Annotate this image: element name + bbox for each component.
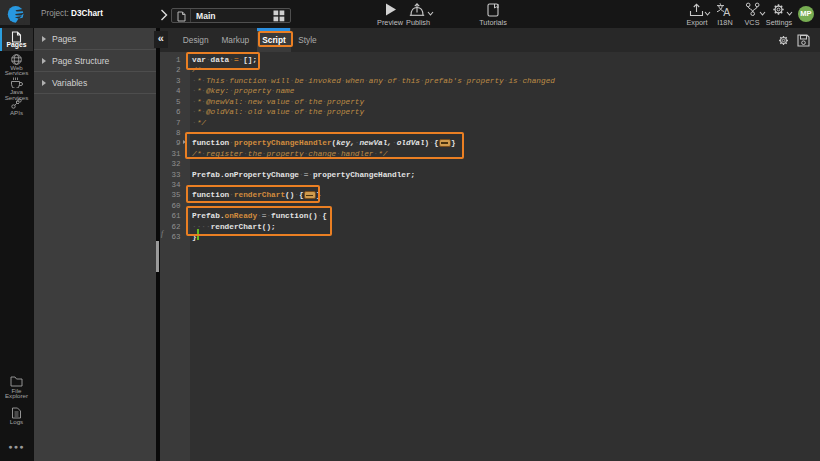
svg-text:A: A [723, 6, 730, 17]
